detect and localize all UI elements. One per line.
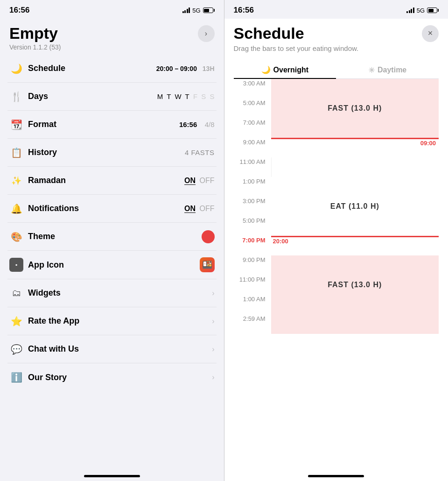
bar-5pm[interactable] [271, 216, 439, 236]
history-value: 4 FASTS [185, 149, 215, 156]
ramadan-toggle[interactable]: ON OFF [184, 177, 214, 185]
chart-row-3am: 3:00 AM [234, 79, 439, 99]
settings-item-chat[interactable]: 💬 Chat with Us › [7, 335, 217, 363]
fast-label-bottom: FAST (13.0 H) [271, 281, 439, 289]
time-259am: 2:59 AM [234, 314, 271, 334]
daytime-icon: ☀ [368, 66, 375, 75]
bar-3pm[interactable]: EAT (11.0 H) [271, 197, 439, 216]
notifications-toggle[interactable]: ON OFF [184, 205, 214, 213]
bar-7pm[interactable]: 20:00 [271, 236, 439, 255]
bar-5am[interactable]: FAST (13.0 H) [271, 99, 439, 118]
ramadan-label: Ramadan [28, 176, 184, 185]
widgets-chevron-icon: › [212, 289, 214, 297]
chart-row-7pm: 7:00 PM 20:00 [234, 236, 439, 255]
chart-row-3pm: 3:00 PM EAT (11.0 H) [234, 197, 439, 216]
time-9pm: 9:00 PM [234, 255, 271, 275]
history-label: History [28, 148, 185, 157]
widgets-label: Widgets [28, 288, 212, 298]
end-time-label: 09:00 [420, 140, 436, 147]
bar-11pm[interactable]: FAST (13.0 H) [271, 275, 439, 295]
settings-item-schedule[interactable]: 🌙 Schedule 20:00 – 09:00 13H [7, 55, 217, 83]
end-time-line[interactable] [271, 138, 439, 139]
time-11pm: 11:00 PM [234, 275, 271, 295]
time-1am: 1:00 AM [234, 295, 271, 314]
rate-chevron-icon: › [212, 317, 214, 325]
theme-icon: 🎨 [9, 231, 23, 242]
notifications-icon: 🔔 [9, 203, 23, 214]
settings-item-rate[interactable]: ⭐ Rate the App › [7, 307, 217, 335]
settings-item-history[interactable]: 📋 History 4 FASTS [7, 139, 217, 167]
start-time-line[interactable] [271, 236, 439, 237]
time-1pm: 1:00 PM [234, 177, 271, 197]
appicon-icon: ▪ [9, 258, 23, 272]
schedule-label: Schedule [28, 64, 156, 73]
bar-9pm[interactable] [271, 255, 439, 275]
ourstory-icon: ℹ️ [9, 372, 23, 383]
settings-item-format[interactable]: 📆 Format 16:56 4/8 [7, 111, 217, 139]
fast-label-top: FAST (13.0 H) [271, 104, 439, 113]
schedule-value: 20:00 – 09:00 13H [156, 65, 215, 72]
time-11am: 11:00 AM [234, 157, 271, 177]
format-value: 16:56 4/8 [179, 120, 215, 128]
notifications-toggle-on[interactable]: ON [184, 205, 196, 213]
time-5am: 5:00 AM [234, 99, 271, 118]
status-bar-left: 16:56 5G [0, 0, 224, 19]
chart-row-259am: 2:59 AM [234, 314, 439, 334]
schedule-close-button[interactable]: × [422, 25, 439, 42]
settings-chevron-button[interactable]: › [198, 25, 215, 42]
home-indicator-right [308, 475, 364, 477]
time-7pm: 7:00 PM [234, 236, 271, 255]
settings-item-theme[interactable]: 🎨 Theme [7, 223, 217, 251]
notifications-toggle-off[interactable]: OFF [197, 205, 214, 213]
bar-259am[interactable] [271, 314, 439, 334]
bar-1am[interactable] [271, 295, 439, 314]
status-icons-left: 5G [182, 7, 215, 14]
schedule-header: Schedule × Drag the bars to set your eat… [224, 19, 448, 56]
chart-row-9am: 9:00 AM 09:00 [234, 138, 439, 157]
rate-label: Rate the App [28, 316, 212, 326]
chart-row-11am: 11:00 AM [234, 157, 439, 177]
settings-item-appicon[interactable]: ▪ App Icon 🍱 [7, 251, 217, 279]
home-indicator-left [84, 475, 140, 477]
status-bar-right: 16:56 5G [224, 0, 448, 19]
network-label-left: 5G [192, 7, 200, 14]
time-3am: 3:00 AM [234, 79, 271, 99]
schedule-title-text: Schedule [234, 24, 304, 42]
settings-item-ourstory[interactable]: ℹ️ Our Story › [7, 363, 217, 391]
appicon-label: App Icon [28, 260, 200, 270]
chevron-right-icon: › [205, 29, 207, 38]
notifications-label: Notifications [28, 204, 184, 213]
ramadan-icon: ✨ [9, 176, 23, 186]
days-label: Days [28, 92, 157, 101]
ramadan-toggle-off[interactable]: OFF [197, 177, 214, 185]
bar-1pm[interactable] [271, 177, 439, 197]
chart-row-5am: 5:00 AM FAST (13.0 H) [234, 99, 439, 118]
status-time-left: 16:56 [9, 6, 29, 15]
schedule-icon: 🌙 [9, 63, 23, 74]
ourstory-label: Our Story [28, 373, 212, 382]
format-icon: 📆 [9, 119, 23, 130]
chart-row-1am: 1:00 AM [234, 295, 439, 314]
settings-item-widgets[interactable]: 🗂 Widgets › [7, 279, 217, 307]
time-5pm: 5:00 PM [234, 216, 271, 236]
battery-icon-right [427, 7, 439, 13]
schedule-subtitle: Drag the bars to set your eating window. [234, 44, 439, 52]
time-3pm: 3:00 PM [234, 197, 271, 216]
appicon-preview[interactable]: 🍱 [200, 257, 215, 272]
days-icon: 🍴 [9, 91, 23, 102]
settings-item-notifications[interactable]: 🔔 Notifications ON OFF [7, 195, 217, 223]
bar-3am[interactable] [271, 79, 439, 99]
bar-11am[interactable] [271, 157, 439, 177]
bar-7am[interactable] [271, 118, 439, 138]
tab-daytime[interactable]: ☀ Daytime [336, 62, 439, 79]
tab-overnight[interactable]: 🌙 Overnight [234, 62, 336, 79]
theme-color-dot[interactable] [202, 230, 215, 243]
chart-row-5pm: 5:00 PM [234, 216, 439, 236]
ramadan-toggle-on[interactable]: ON [184, 177, 196, 185]
settings-item-days[interactable]: 🍴 Days M T W T F S S [7, 83, 217, 111]
bar-9am[interactable]: 09:00 [271, 138, 439, 157]
settings-list: 🌙 Schedule 20:00 – 09:00 13H 🍴 Days M T … [0, 55, 224, 471]
settings-item-ramadan[interactable]: ✨ Ramadan ON OFF [7, 167, 217, 195]
days-value: M T W T F S S [157, 92, 215, 100]
chart-row-11pm: 11:00 PM FAST (13.0 H) [234, 275, 439, 295]
